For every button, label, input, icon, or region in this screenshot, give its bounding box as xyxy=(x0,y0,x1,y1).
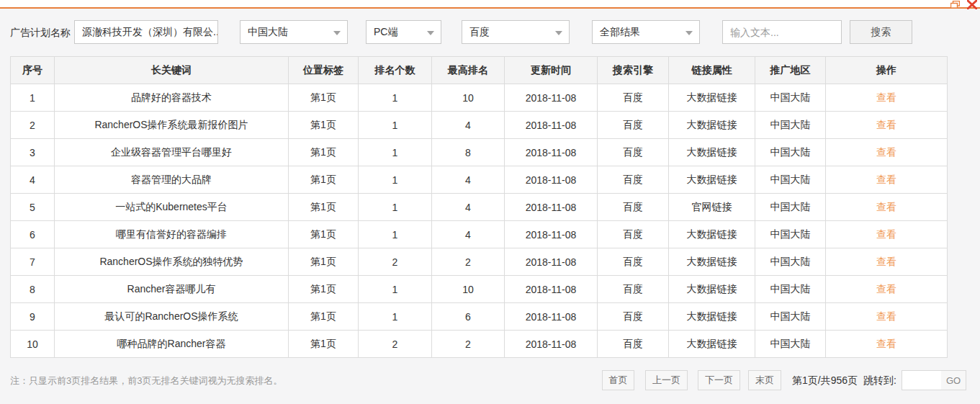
result-dropdown[interactable]: 全部结果 xyxy=(592,20,700,44)
table-cell: 6 xyxy=(11,221,55,248)
view-link[interactable]: 查看 xyxy=(876,119,896,130)
close-icon[interactable] xyxy=(967,0,977,9)
ad-plan-dropdown[interactable]: 源澈科技开发（深圳）有限公... xyxy=(74,20,218,44)
engine-dropdown[interactable]: 百度 xyxy=(462,20,570,44)
table-cell-action: 查看 xyxy=(826,303,948,331)
view-link[interactable]: 查看 xyxy=(876,174,896,185)
view-link[interactable]: 查看 xyxy=(876,338,896,349)
search-input[interactable] xyxy=(722,20,842,44)
table-cell: 1 xyxy=(359,139,432,166)
column-header: 序号 xyxy=(11,57,55,84)
chevron-down-icon xyxy=(333,31,341,35)
view-link[interactable]: 查看 xyxy=(876,283,896,295)
table-cell: 中国大陆 xyxy=(755,112,826,139)
table-cell: 中国大陆 xyxy=(755,303,826,331)
table-cell: 2018-11-08 xyxy=(505,139,598,166)
table-row: 7RancherOS操作系统的独特优势第1页222018-11-08百度大数据链… xyxy=(11,248,948,276)
table-cell: 1 xyxy=(359,303,432,331)
table-cell: 5 xyxy=(11,194,55,221)
table-cell: 中国大陆 xyxy=(755,166,826,194)
table-cell: 第1页 xyxy=(289,139,359,166)
result-dropdown-value: 全部结果 xyxy=(600,26,640,39)
column-header: 链接属性 xyxy=(669,57,755,84)
table-cell: 2018-11-08 xyxy=(505,166,598,194)
column-header: 操作 xyxy=(826,57,948,84)
column-header: 搜索引擎 xyxy=(598,57,669,84)
window-top-border xyxy=(0,0,980,9)
ranking-note: 注：只显示前3页排名结果，前3页无排名关键词视为无搜索排名。 xyxy=(10,374,282,387)
table-cell: 百度 xyxy=(598,194,669,221)
table-cell-action: 查看 xyxy=(826,276,948,303)
table-cell: 中国大陆 xyxy=(755,276,826,303)
view-link[interactable]: 查看 xyxy=(876,256,896,267)
table-cell: 1 xyxy=(359,194,432,221)
next-page-button[interactable]: 下一页 xyxy=(698,370,740,390)
table-cell-action: 查看 xyxy=(826,331,948,358)
table-cell: 第1页 xyxy=(289,112,359,139)
table-cell: 中国大陆 xyxy=(755,248,826,276)
table-cell: RancherOS操作系统的独特优势 xyxy=(55,248,289,276)
jump-to-label: 跳转到: xyxy=(863,374,896,387)
view-link[interactable]: 查看 xyxy=(876,228,896,240)
table-cell: 7 xyxy=(11,248,55,276)
table-cell: 品牌好的容器技术 xyxy=(55,84,289,112)
table-cell: 4 xyxy=(432,166,505,194)
prev-page-button[interactable]: 上一页 xyxy=(645,370,688,390)
table-cell: 4 xyxy=(432,112,505,139)
device-dropdown[interactable]: PC端 xyxy=(366,20,441,44)
table-cell: 第1页 xyxy=(289,84,359,112)
table-cell: 2 xyxy=(11,112,55,139)
table-cell: RancherOS操作系统最新报价图片 xyxy=(55,112,289,139)
table-header-row: 序号长关键词位置标签排名个数最高排名更新时间搜索引擎链接属性推广地区操作 xyxy=(11,57,948,84)
table-cell-action: 查看 xyxy=(826,84,948,112)
view-link[interactable]: 查看 xyxy=(876,146,896,158)
table-body: 1品牌好的容器技术第1页1102018-11-08百度大数据链接中国大陆查看2R… xyxy=(11,84,948,358)
table-row: 4容器管理的大品牌第1页142018-11-08百度大数据链接中国大陆查看 xyxy=(11,166,948,194)
view-link[interactable]: 查看 xyxy=(876,201,896,212)
chevron-down-icon xyxy=(427,31,434,35)
table-cell: 2 xyxy=(432,248,505,276)
table-cell: 百度 xyxy=(598,139,669,166)
table-cell: 大数据链接 xyxy=(669,221,755,248)
table-cell: 2018-11-08 xyxy=(505,248,598,276)
column-header: 最高排名 xyxy=(432,57,505,84)
column-header: 推广地区 xyxy=(755,57,826,84)
keyword-rank-table: 序号长关键词位置标签排名个数最高排名更新时间搜索引擎链接属性推广地区操作 1品牌… xyxy=(10,56,948,358)
table-cell: 1 xyxy=(359,84,432,112)
table-cell: Rancher容器哪儿有 xyxy=(55,276,289,303)
chevron-down-icon xyxy=(685,31,693,35)
table-cell: 大数据链接 xyxy=(669,303,755,331)
table-cell: 最认可的RancherOS操作系统 xyxy=(55,303,289,331)
table-cell: 第1页 xyxy=(289,194,359,221)
table-cell: 百度 xyxy=(598,84,669,112)
table-cell: 中国大陆 xyxy=(755,139,826,166)
view-link[interactable]: 查看 xyxy=(876,91,896,103)
chevron-down-icon xyxy=(555,31,562,35)
column-header: 位置标签 xyxy=(289,57,359,84)
table-cell: 1 xyxy=(359,276,432,303)
jump-page-input[interactable] xyxy=(902,370,942,390)
device-dropdown-value: PC端 xyxy=(374,26,397,39)
table-row: 1品牌好的容器技术第1页1102018-11-08百度大数据链接中国大陆查看 xyxy=(11,84,948,112)
table-cell: 2 xyxy=(359,331,432,358)
table-cell: 百度 xyxy=(598,248,669,276)
table-row: 5一站式的Kubernetes平台第1页142018-11-08百度官网链接中国… xyxy=(11,194,948,221)
table-cell: 大数据链接 xyxy=(669,276,755,303)
view-link[interactable]: 查看 xyxy=(876,310,896,322)
column-header: 排名个数 xyxy=(359,57,432,84)
table-cell: 百度 xyxy=(598,276,669,303)
last-page-button[interactable]: 末页 xyxy=(748,370,781,390)
table-cell: 中国大陆 xyxy=(755,221,826,248)
table-row: 8Rancher容器哪儿有第1页1102018-11-08百度大数据链接中国大陆… xyxy=(11,276,948,303)
ad-plan-dropdown-value: 源澈科技开发（深圳）有限公... xyxy=(82,26,218,39)
search-button[interactable]: 搜索 xyxy=(850,20,912,44)
first-page-button[interactable]: 首页 xyxy=(602,370,634,390)
table-cell: 9 xyxy=(11,303,55,331)
go-button[interactable]: GO xyxy=(941,370,966,390)
restore-window-icon[interactable] xyxy=(950,1,960,9)
table-cell: 第1页 xyxy=(289,303,359,331)
table-cell: 2018-11-08 xyxy=(505,112,598,139)
table-cell-action: 查看 xyxy=(826,112,948,139)
region-dropdown[interactable]: 中国大陆 xyxy=(240,20,348,44)
table-cell: 中国大陆 xyxy=(755,84,826,112)
